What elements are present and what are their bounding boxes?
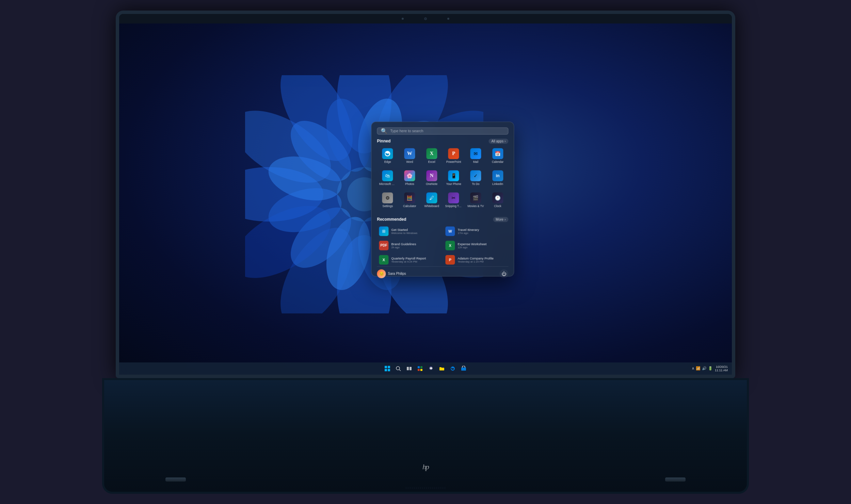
rec-get-started-icon: ⊞ [379,226,388,236]
svg-rect-29 [388,369,390,371]
app-word[interactable]: W Word [399,146,420,165]
app-clock[interactable]: 🕐 Clock [487,191,509,209]
more-button[interactable]: More › [493,217,508,222]
app-photos[interactable]: 🌸 Photos [399,168,420,187]
app-todo[interactable]: ✓ To Do [465,168,486,187]
settings-label: Settings [382,204,393,208]
powerpoint-label: PowerPoint [446,160,461,163]
movies-label: Movies & TV [467,204,484,208]
app-powerpoint[interactable]: P PowerPoint [443,146,464,165]
taskbar-widgets[interactable] [415,364,425,373]
rec-expense[interactable]: X Expense Worksheet 12h ago [443,239,508,252]
rec-adatum-name: Adatum Company Profile [457,256,494,260]
rec-payroll[interactable]: X Quarterly Payroll Report Yesterday at … [377,253,442,266]
app-calculator[interactable]: 🧮 Calculator [399,191,420,209]
volume-icon[interactable]: 🔊 [702,366,707,371]
excel-label: Excel [428,160,435,163]
edge-icon [382,148,393,159]
search-bar[interactable]: 🔍 Type here to search [377,127,508,134]
powerpoint-icon: P [448,148,459,159]
rec-adatum[interactable]: P Adatum Company Profile Yesterday at 1:… [443,253,508,266]
taskbar-time: 11:11 AM [715,369,728,372]
edge-label: Edge [384,160,391,163]
excel-icon: X [426,148,437,159]
svg-rect-27 [388,366,390,368]
app-phone[interactable]: 📱 Your Phone [443,168,464,187]
app-mail[interactable]: ✉ Mail [465,146,486,165]
all-apps-button[interactable]: All apps › [488,139,508,144]
taskbar-start[interactable] [383,364,392,373]
settings-icon: ⚙ [382,192,393,203]
keyboard-base: hp [102,378,749,494]
taskbar-edge[interactable] [448,364,457,373]
taskbar-chat[interactable]: 💬 [426,364,436,373]
rec-travel[interactable]: W Travel Itinerary 17m ago [443,225,508,238]
svg-line-31 [399,370,401,371]
calendar-label: Calendar [492,160,504,163]
power-button[interactable]: ⏻ [499,269,508,278]
linkedin-icon: in [492,170,503,181]
search-placeholder: Type here to search [390,129,423,133]
svg-rect-36 [418,369,420,371]
pinned-title: Pinned [377,139,390,144]
svg-rect-32 [407,367,409,370]
photos-label: Photos [405,182,414,185]
app-store[interactable]: 🛍 Microsoft Store [377,168,398,187]
clock-icon: 🕐 [492,192,503,203]
rec-brand-icon: PDF [379,241,388,250]
pinned-apps-row1: Edge W Word X Excel [377,146,508,165]
webcam-dot-right [447,18,449,20]
movies-icon: 🎬 [470,192,481,203]
rec-travel-icon: W [445,226,455,236]
taskbar-taskview[interactable] [404,364,414,373]
rec-expense-name: Expense Worksheet [457,242,486,246]
chevron-up-icon[interactable]: ∧ [692,366,694,371]
app-whiteboard[interactable]: 🖊 Whiteboard [421,191,443,209]
desktop: 🔍 Type here to search Pinned All apps › [119,23,732,375]
rec-brand-name: Brand Guidelines [391,242,416,246]
search-icon: 🔍 [381,128,387,134]
svg-rect-35 [420,366,422,368]
rec-get-started[interactable]: ⊞ Get Started Welcome to Windows [377,225,442,238]
phone-label: Your Phone [446,182,461,185]
wifi-icon[interactable]: 📶 [696,366,701,371]
hinge-left [165,477,186,482]
rec-adatum-time: Yesterday at 1:15 PM [457,260,494,263]
app-settings[interactable]: ⚙ Settings [377,191,398,209]
user-avatar: 😊 [377,269,386,278]
recommended-grid: ⊞ Get Started Welcome to Windows W [377,225,508,266]
taskbar-search[interactable] [394,364,403,373]
taskbar-date: 10/20/21 [716,365,728,369]
system-tray-icons: ∧ 📶 🔊 🔋 [692,366,713,371]
svg-rect-28 [385,369,387,371]
clock-label: Clock [494,204,501,208]
rec-expense-time: 12h ago [457,246,486,249]
svg-rect-37 [420,369,422,371]
word-icon: W [404,148,415,159]
user-info[interactable]: 😊 Sara Philips [377,269,406,278]
app-snipping[interactable]: ✂ Snipping Tool [443,191,464,209]
rec-travel-name: Travel Itinerary [457,228,479,231]
start-bottom-bar: 😊 Sara Philips ⏻ [377,266,508,278]
app-movies[interactable]: 🎬 Movies & TV [465,191,486,209]
taskbar-fileexplorer[interactable] [437,364,447,373]
taskbar-datetime[interactable]: 10/20/21 11:11 AM [715,365,728,372]
todo-icon: ✓ [470,170,481,181]
rec-brand[interactable]: PDF Brand Guidelines 2h ago [377,239,442,252]
pinned-apps-row2: 🛍 Microsoft Store 🌸 Photos N [377,168,508,187]
taskbar-right: ∧ 📶 🔊 🔋 10/20/21 11:11 AM [692,365,728,372]
start-menu: 🔍 Type here to search Pinned All apps › [371,121,514,276]
phone-icon: 📱 [448,170,459,181]
app-calendar[interactable]: 📅 Calendar [487,146,509,165]
app-linkedin[interactable]: in LinkedIn [487,168,509,187]
app-edge[interactable]: Edge [377,146,398,165]
calculator-label: Calculator [403,204,416,208]
webcam-dot-left [402,18,404,20]
taskbar-store[interactable] [459,364,468,373]
app-onenote[interactable]: N OneNote [421,168,443,187]
rec-adatum-icon: P [445,255,455,264]
webcam-bar [119,14,732,23]
battery-icon[interactable]: 🔋 [708,366,713,371]
laptop: 🔍 Type here to search Pinned All apps › [68,11,783,494]
app-excel[interactable]: X Excel [421,146,443,165]
